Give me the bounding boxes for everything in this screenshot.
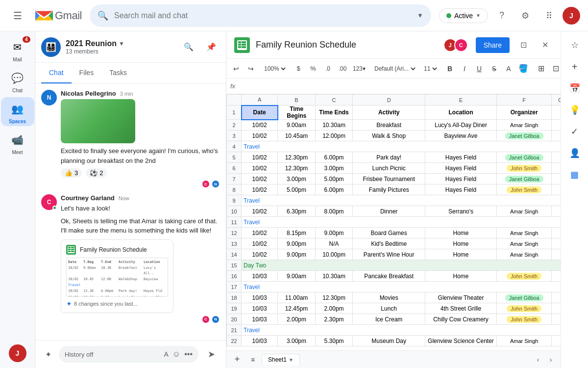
formula-input[interactable] — [239, 82, 557, 90]
sidebar-item-mail[interactable]: ✉ Mail 4 — [1, 35, 34, 64]
header-location[interactable]: Location — [425, 105, 496, 120]
courtney-name: Courtney Garland — [61, 194, 115, 202]
cell-organizer[interactable]: Amar Singh — [497, 120, 552, 131]
pin-icon[interactable]: 📌 — [202, 38, 220, 56]
cell-time-ends[interactable]: 12.00pm — [315, 131, 353, 141]
dollar-button[interactable]: $ — [292, 62, 305, 76]
open-in-new-icon[interactable]: ⊡ — [515, 37, 531, 53]
table-row: 4 Travel — [227, 141, 561, 152]
italic-button[interactable]: I — [458, 62, 471, 76]
header-date[interactable]: Date — [242, 105, 278, 120]
scroll-left-icon[interactable]: ‹ — [532, 354, 544, 366]
sidebar-item-meet[interactable]: 📹 Meet — [1, 128, 34, 157]
cell-location[interactable]: Bayview Ave — [425, 131, 496, 141]
merge-button[interactable]: ⊡ — [549, 62, 561, 76]
tab-files[interactable]: Files — [72, 63, 102, 83]
tab-chat[interactable]: Chat — [41, 63, 72, 83]
header-g[interactable] — [552, 105, 561, 120]
cell-g[interactable] — [552, 131, 561, 141]
col-header-g[interactable]: G — [552, 95, 561, 105]
right-add-icon[interactable]: + — [565, 57, 585, 77]
percent-button[interactable]: % — [306, 62, 320, 76]
chat-input-wrapper[interactable]: History off A ☺ ••• — [59, 346, 198, 363]
search-bar[interactable]: 🔍 ▼ — [90, 4, 431, 27]
right-calendar-icon[interactable]: 📅 — [565, 79, 585, 98]
scroll-right-icon[interactable]: › — [545, 354, 557, 366]
user-avatar[interactable]: J — [563, 7, 580, 25]
sheet-card[interactable]: Family Reunion Schedule DateT.BegT.EndAc… — [61, 239, 173, 313]
help-icon[interactable]: ? — [492, 6, 512, 26]
apps-icon[interactable]: ⠿ — [539, 6, 559, 26]
cell-travel[interactable]: Travel — [242, 141, 561, 152]
cell-time-ends[interactable]: 10.30am — [315, 120, 353, 131]
decimal-button-2[interactable]: .00 — [336, 62, 349, 76]
chat-label: Chat — [12, 88, 23, 93]
emoji-icon[interactable]: ☺ — [172, 350, 180, 359]
gemini-icon[interactable]: ✦ — [41, 347, 55, 361]
cell-location[interactable]: Lucy's All-Day Diner — [425, 120, 496, 131]
cell-date[interactable]: 10/02 — [242, 120, 278, 131]
cell-time-begins[interactable]: 9.00am — [278, 120, 316, 131]
row-num: 9 — [227, 195, 242, 206]
add-sheet-button[interactable]: + — [230, 353, 244, 367]
cell-time-begins[interactable]: 10.45am — [278, 131, 316, 141]
header-time-begins[interactable]: Time Begins — [278, 105, 316, 120]
right-tasks-icon[interactable]: ✓ — [565, 122, 585, 141]
thumbs-up-reaction[interactable]: 👍 3 — [61, 168, 82, 178]
cell-date[interactable]: 10/02 — [242, 131, 278, 141]
more-options-icon[interactable]: ••• — [184, 350, 193, 359]
borders-button[interactable]: ⊞ — [534, 62, 548, 76]
group-name-chevron[interactable]: ▼ — [119, 40, 124, 47]
header-activity[interactable]: Activity — [353, 105, 425, 120]
text-format-icon[interactable]: A — [164, 350, 169, 358]
right-star-icon[interactable]: ☆ — [565, 35, 585, 55]
col-header-e[interactable]: E — [425, 95, 496, 105]
share-button[interactable]: Share — [476, 37, 510, 53]
underline-button[interactable]: U — [472, 62, 486, 76]
search-input[interactable] — [114, 11, 411, 20]
strikethrough-button[interactable]: S̶ — [487, 62, 501, 76]
soccer-reaction[interactable]: ⚽ 2 — [86, 168, 107, 178]
redo-button[interactable]: ↪ — [244, 62, 258, 76]
settings-icon[interactable]: ⚙ — [515, 6, 535, 26]
text-color-button[interactable]: A — [502, 62, 515, 76]
col-header-f[interactable]: F — [497, 95, 552, 105]
bottom-user-avatar[interactable]: J — [9, 344, 26, 362]
sidebar-item-chat[interactable]: 💬 Chat — [1, 66, 34, 95]
right-contacts-icon[interactable]: 👤 — [565, 143, 585, 163]
sidebar-item-spaces[interactable]: 👥 Spaces — [1, 97, 34, 126]
number-format-button[interactable]: 123▾ — [350, 62, 368, 76]
decimal-button-1[interactable]: .0 — [321, 62, 335, 76]
close-sheet-icon[interactable]: ✕ — [537, 37, 553, 53]
fill-color-button[interactable]: 🪣 — [516, 62, 530, 76]
header-time-ends[interactable]: Time Ends — [315, 105, 353, 120]
cell-g[interactable] — [552, 120, 561, 131]
sheet-tab-chevron[interactable]: ▼ — [289, 357, 294, 363]
cell-organizer[interactable]: Janet Gilboa — [497, 131, 552, 141]
font-size-select[interactable]: 11 — [421, 62, 439, 76]
right-sheets-side-icon[interactable]: ▦ — [565, 165, 585, 184]
sheets-list-button[interactable]: ≡ — [246, 353, 260, 367]
zoom-select[interactable]: 100% — [262, 62, 288, 76]
col-header-c[interactable]: C — [315, 95, 353, 105]
undo-button[interactable]: ↩ — [229, 62, 243, 76]
row-num: 21 — [227, 325, 242, 336]
sheet-tab-sheet1[interactable]: Sheet1 ▼ — [262, 354, 300, 365]
cell-activity[interactable]: Walk & Shop — [353, 131, 425, 141]
hamburger-icon[interactable]: ☰ — [8, 6, 27, 26]
col-header-d[interactable]: D — [353, 95, 425, 105]
search-dropdown-icon[interactable]: ▼ — [417, 12, 423, 19]
sheet-changes-label: ✦ 8 changes since you last... — [66, 300, 138, 308]
row-num: 16 — [227, 271, 242, 282]
cell-activity[interactable]: Breakfast — [353, 120, 425, 131]
font-family-select[interactable]: Default (Ari... — [372, 62, 417, 76]
active-status-pill[interactable]: Active ▼ — [439, 8, 488, 23]
col-header-a[interactable]: A — [242, 95, 278, 105]
bold-button[interactable]: B — [443, 62, 457, 76]
tab-tasks[interactable]: Tasks — [101, 63, 135, 83]
header-organizer[interactable]: Organizer — [497, 105, 552, 120]
search-in-chat-icon[interactable]: 🔍 — [180, 38, 197, 56]
col-header-b[interactable]: B — [278, 95, 316, 105]
send-button[interactable]: ➤ — [202, 345, 220, 363]
right-keep-icon[interactable]: 💡 — [565, 100, 585, 120]
